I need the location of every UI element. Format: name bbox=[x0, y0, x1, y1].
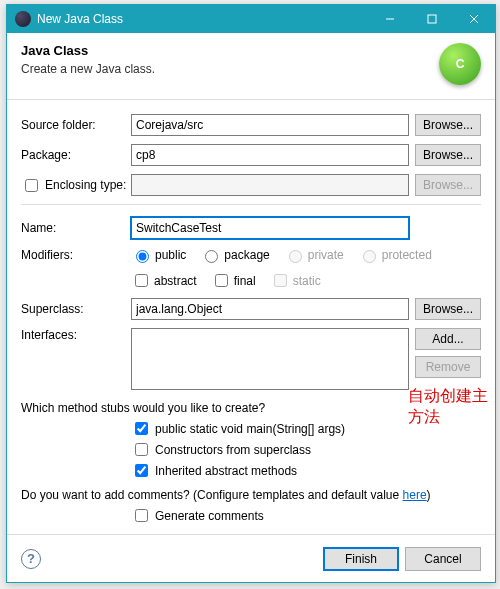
comments-question: Do you want to add comments? (Configure … bbox=[21, 488, 481, 502]
superclass-browse-button[interactable]: Browse... bbox=[415, 298, 481, 320]
enclosing-type-browse-button: Browse... bbox=[415, 174, 481, 196]
package-browse-button[interactable]: Browse... bbox=[415, 144, 481, 166]
name-label: Name: bbox=[21, 221, 131, 235]
interfaces-list[interactable] bbox=[131, 328, 409, 390]
dialog-footer: ? Finish Cancel bbox=[7, 534, 495, 582]
minimize-button[interactable] bbox=[369, 5, 411, 33]
interfaces-add-button[interactable]: Add... bbox=[415, 328, 481, 350]
modifier-private: private bbox=[284, 247, 344, 263]
name-input[interactable] bbox=[131, 217, 409, 239]
close-button[interactable] bbox=[453, 5, 495, 33]
superclass-label: Superclass: bbox=[21, 302, 131, 316]
maximize-button[interactable] bbox=[411, 5, 453, 33]
modifier-final[interactable]: final bbox=[211, 271, 256, 290]
window-title: New Java Class bbox=[37, 12, 369, 26]
finish-button[interactable]: Finish bbox=[323, 547, 399, 571]
generate-comments[interactable]: Generate comments bbox=[131, 506, 481, 525]
dialog-header: Java Class Create a new Java class. C bbox=[7, 33, 495, 100]
enclosing-type-checkbox-label[interactable]: Enclosing type: bbox=[21, 176, 131, 195]
package-input[interactable] bbox=[131, 144, 409, 166]
cancel-button[interactable]: Cancel bbox=[405, 547, 481, 571]
enclosing-type-checkbox[interactable] bbox=[25, 179, 38, 192]
interfaces-remove-button: Remove bbox=[415, 356, 481, 378]
dialog-body: Source folder: Browse... Package: Browse… bbox=[7, 100, 495, 541]
svg-rect-1 bbox=[428, 15, 436, 23]
modifier-package[interactable]: package bbox=[200, 247, 269, 263]
modifiers-label: Modifiers: bbox=[21, 248, 131, 262]
superclass-input[interactable] bbox=[131, 298, 409, 320]
source-folder-browse-button[interactable]: Browse... bbox=[415, 114, 481, 136]
header-sub: Create a new Java class. bbox=[21, 62, 439, 76]
help-button[interactable]: ? bbox=[21, 549, 41, 569]
modifier-static: static bbox=[270, 271, 321, 290]
modifier-protected: protected bbox=[358, 247, 432, 263]
dialog-window: New Java Class Java Class Create a new J… bbox=[6, 4, 496, 583]
titlebar: New Java Class bbox=[7, 5, 495, 33]
class-icon: C bbox=[439, 43, 481, 85]
modifier-abstract[interactable]: abstract bbox=[131, 271, 197, 290]
interfaces-label: Interfaces: bbox=[21, 328, 131, 342]
header-heading: Java Class bbox=[21, 43, 439, 58]
source-folder-label: Source folder: bbox=[21, 118, 131, 132]
stub-constructors[interactable]: Constructors from superclass bbox=[131, 440, 481, 459]
package-label: Package: bbox=[21, 148, 131, 162]
source-folder-input[interactable] bbox=[131, 114, 409, 136]
enclosing-type-input bbox=[131, 174, 409, 196]
annotation-text: 自动创建主方法 bbox=[408, 386, 500, 428]
eclipse-icon bbox=[15, 11, 31, 27]
configure-link[interactable]: here bbox=[403, 488, 427, 502]
modifier-public[interactable]: public bbox=[131, 247, 186, 263]
stub-inherited[interactable]: Inherited abstract methods bbox=[131, 461, 481, 480]
